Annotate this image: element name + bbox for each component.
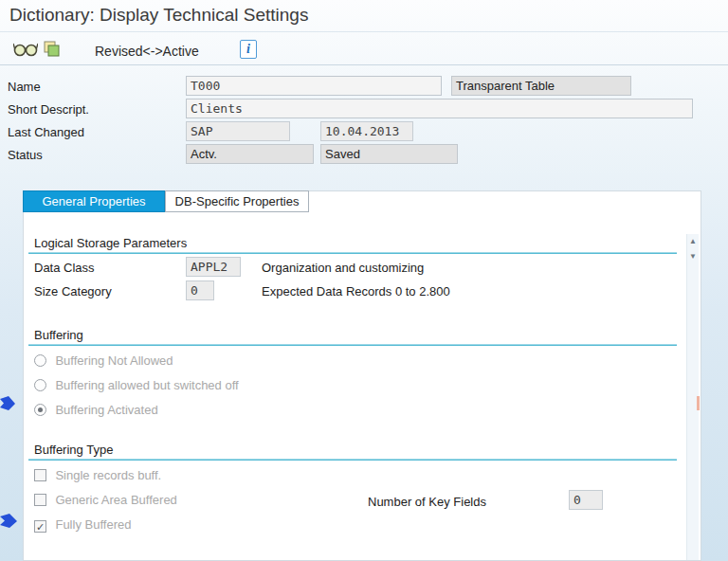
checkbox-label: Generic Area Buffered (55, 493, 176, 507)
revised-active-button[interactable]: Revised<->Active (95, 44, 199, 59)
short-description-field[interactable]: Clients (186, 99, 693, 118)
data-class-field[interactable]: APPL2 (186, 257, 241, 277)
key-fields-field[interactable]: 0 (569, 490, 603, 510)
sap-window: Dictionary: Display Technical Settings R… (0, 0, 728, 561)
name-field[interactable]: T000 (186, 76, 442, 96)
size-category-description: Expected Data Records 0 to 2.800 (262, 284, 450, 299)
checkbox-checked-icon: ✓ (34, 520, 46, 533)
checkbox-label: Single records buff. (55, 468, 161, 482)
buffering-group-line (28, 344, 677, 346)
checkbox-icon (34, 494, 46, 506)
radio-buffering-activated: Buffering Activated (34, 403, 158, 420)
annotation-arrow-fully-buffered (0, 514, 18, 533)
tab-db-specific-properties[interactable]: DB-Specific Properties (165, 190, 309, 212)
changed-by-field[interactable]: SAP (186, 121, 290, 141)
status-saved-field: Saved (320, 144, 458, 164)
data-class-description: Organization and customizing (262, 261, 424, 275)
changed-date-field[interactable]: 10.04.2013 (320, 121, 413, 141)
title-separator (0, 31, 728, 32)
checkbox-label: Fully Buffered (55, 517, 131, 532)
last-changed-label: Last Changed (8, 125, 84, 139)
buffering-group-title: Buffering (34, 328, 89, 342)
checkbox-generic-area: Generic Area Buffered (34, 493, 177, 510)
checkbox-single-records: Single records buff. (34, 468, 161, 485)
short-description-label: Short Descript. (8, 102, 89, 117)
key-fields-label: Number of Key Fields (368, 495, 486, 509)
radio-buffering-switched-off: Buffering allowed but switched off (34, 378, 239, 395)
display-change-icon[interactable] (13, 40, 38, 62)
status-value-field: Actv. (186, 144, 314, 164)
page-title: Dictionary: Display Technical Settings (9, 5, 308, 26)
checkbox-icon (34, 469, 46, 481)
radio-icon (34, 379, 46, 391)
size-category-field[interactable]: 0 (186, 280, 214, 300)
logical-storage-group-line (28, 252, 677, 254)
tab-general-properties[interactable]: General Properties (23, 190, 165, 212)
radio-label: Buffering Activated (55, 403, 157, 417)
annotation-arrow-buffering-activated (0, 396, 16, 415)
buffering-type-group-title: Buffering Type (34, 443, 118, 457)
scroll-down-icon[interactable]: ▼ (685, 249, 701, 263)
radio-selected-icon (34, 404, 46, 416)
checkbox-fully-buffered: ✓ Fully Buffered (34, 517, 131, 534)
radio-label: Buffering Not Allowed (55, 353, 173, 368)
other-object-icon[interactable] (44, 41, 60, 61)
buffering-type-group-line (28, 459, 677, 461)
status-label: Status (8, 148, 43, 162)
name-label: Name (8, 80, 41, 94)
size-category-label: Size Category (34, 284, 112, 299)
radio-label: Buffering allowed but switched off (55, 378, 238, 392)
radio-buffering-not-allowed: Buffering Not Allowed (34, 353, 173, 371)
toolbar-separator (0, 64, 728, 65)
scrollbar-position-mark (697, 396, 700, 410)
logical-storage-group-title: Logical Storage Parameters (34, 236, 192, 250)
info-icon[interactable]: i (240, 40, 257, 59)
scroll-up-icon[interactable]: ▲ (685, 234, 701, 248)
radio-icon (34, 354, 46, 367)
data-class-label: Data Class (34, 261, 95, 275)
table-type-field: Transparent Table (451, 76, 631, 96)
